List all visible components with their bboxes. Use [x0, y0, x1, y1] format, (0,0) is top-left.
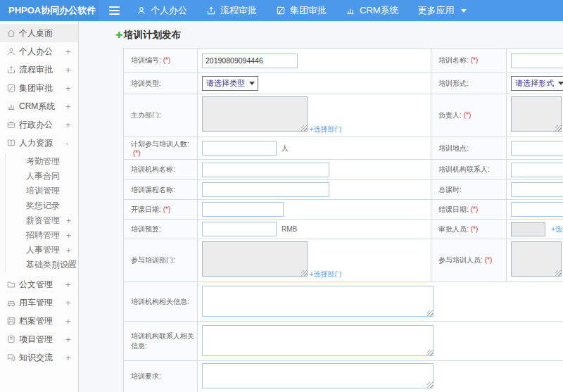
sidebar-item-group-approval[interactable]: 集团审批 +	[0, 79, 78, 97]
expand-icon[interactable]: +	[65, 353, 71, 363]
select-dept-link[interactable]: +选择部门	[310, 125, 342, 134]
expand-icon[interactable]: +	[65, 316, 71, 327]
sidebar-subitem-training[interactable]: 培训管理	[0, 184, 78, 198]
sidebar-item-hr[interactable]: 人力资源 -	[0, 134, 78, 152]
planned-count-input[interactable]	[202, 141, 277, 156]
budget-input[interactable]	[202, 222, 277, 236]
host-dept-textarea[interactable]	[202, 96, 308, 132]
hamburger-menu-icon[interactable]	[109, 6, 120, 15]
training-type-select[interactable]: 请选择类型	[202, 76, 258, 91]
start-date-input[interactable]	[202, 202, 284, 217]
sidebar-subitem-rewards[interactable]: 奖惩记录	[0, 198, 78, 213]
nav-group-approval[interactable]: 集团审批	[276, 4, 327, 17]
sidebar-item-documents[interactable]: 公文管理 +	[0, 275, 78, 293]
org-contact-input[interactable]	[511, 163, 563, 177]
nav-flow-approval[interactable]: 流程审批	[206, 4, 257, 17]
briefcase-icon	[6, 120, 16, 129]
course-name-label: 培训课程名称:	[131, 186, 175, 194]
sidebar-item-personal-desktop[interactable]: 个人桌面	[0, 24, 78, 42]
expand-icon[interactable]: +	[65, 46, 71, 57]
approvers-input[interactable]	[511, 222, 545, 236]
user-icon	[137, 6, 146, 15]
form-field-cell: 请选择形式	[507, 73, 563, 94]
location-input[interactable]	[511, 141, 563, 156]
required-mark: (*)	[485, 256, 493, 264]
org-name-input[interactable]	[202, 163, 329, 177]
expand-icon[interactable]: +	[65, 279, 71, 290]
sidebar-item-projects[interactable]: 项目管理 +	[0, 330, 78, 348]
sidebar-item-archives[interactable]: 档案管理 +	[0, 312, 78, 330]
required-mark: (*)	[471, 206, 479, 213]
form-label-cell: 计划参与培训人数:(*)	[124, 137, 198, 160]
budget-label: 培训预算:	[131, 225, 161, 233]
form-field-cell	[198, 49, 431, 73]
sidebar-item-crm[interactable]: CRM系统 +	[0, 97, 78, 115]
form-label-cell: 负责人:(*)	[431, 94, 507, 137]
sidebar-item-flow-approval[interactable]: 流程审批 +	[0, 61, 78, 79]
join-depts-textarea[interactable]	[202, 241, 308, 277]
join-people-textarea[interactable]	[511, 241, 562, 277]
expand-icon[interactable]: +	[65, 65, 71, 75]
expand-icon[interactable]: +	[66, 258, 71, 272]
end-date-input[interactable]	[511, 202, 563, 217]
nav-more-apps[interactable]: 更多应用	[418, 4, 467, 17]
training-form-select[interactable]: 请选择形式	[511, 76, 563, 91]
expand-icon[interactable]: +	[66, 213, 71, 228]
form-label-cell: 培训名称:(*)	[431, 49, 507, 73]
training-no-input[interactable]	[202, 53, 298, 68]
form-field-cell	[198, 282, 563, 322]
org-contact-info-textarea[interactable]	[202, 325, 434, 356]
journal-icon	[6, 334, 16, 344]
required-mark: (*)	[163, 206, 171, 213]
chart-icon	[346, 6, 355, 15]
caret-down-icon	[461, 9, 467, 13]
course-name-input[interactable]	[202, 182, 329, 197]
collapse-icon[interactable]: -	[65, 138, 68, 148]
expand-icon[interactable]: +	[66, 228, 71, 243]
training-no-label: 培训编号:	[131, 56, 161, 64]
join-depts-label: 参与培训部门:	[131, 256, 175, 264]
total-hours-input[interactable]	[511, 182, 563, 197]
expand-icon[interactable]: +	[65, 120, 71, 130]
top-nav: 个人办公 流程审批 集团审批 CRM系统 更多应用	[137, 4, 467, 17]
expand-icon[interactable]: +	[66, 243, 71, 258]
required-mark: (*)	[471, 225, 479, 233]
sidebar-item-vehicle[interactable]: 用车管理 +	[0, 293, 78, 312]
org-name-label: 培训机构名称:	[131, 165, 175, 173]
form-label-cell: 培训机构联系人相关信息:	[124, 322, 198, 361]
page-title-row: ✚ 培训计划发布	[115, 29, 563, 42]
expand-icon[interactable]: +	[65, 298, 71, 308]
form-field-cell	[198, 361, 563, 392]
sidebar-item-knowledge[interactable]: 知识交流 +	[0, 348, 78, 367]
select-dept-link[interactable]: +选择部门	[310, 270, 342, 279]
expand-icon[interactable]: +	[65, 83, 71, 94]
form-label-cell: 培训类型:	[124, 73, 198, 94]
flow-icon	[206, 6, 216, 15]
sidebar-subitem-salary[interactable]: 薪资管理+	[0, 213, 78, 228]
expand-icon[interactable]: +	[65, 101, 71, 112]
nav-personal-office[interactable]: 个人办公	[137, 4, 187, 17]
sidebar-subitem-attendance[interactable]: 考勤管理	[0, 154, 78, 169]
training-name-input[interactable]	[511, 53, 563, 68]
org-info-textarea[interactable]	[202, 286, 434, 317]
nav-crm[interactable]: CRM系统	[346, 4, 399, 17]
approvers-label: 审批人员:	[438, 225, 469, 233]
edit-icon	[276, 6, 286, 15]
sidebar-item-personal-office[interactable]: 个人办公 +	[0, 42, 78, 61]
sidebar-subitem-personnel[interactable]: 人事管理+	[0, 243, 78, 258]
sidebar-subitem-hr-contract[interactable]: 人事合同	[0, 169, 78, 184]
sidebar-subitem-recruit[interactable]: 招聘管理+	[0, 228, 78, 243]
sidebar-item-admin-office[interactable]: 行政办公 +	[0, 115, 78, 134]
org-contact-label: 培训机构联系人:	[438, 165, 490, 173]
start-date-label: 开课日期:	[131, 206, 161, 213]
form-label-cell: 培训机构名称:	[124, 160, 198, 180]
leader-textarea[interactable]	[511, 96, 562, 132]
required-mark: (*)	[163, 56, 171, 64]
requirements-textarea[interactable]	[202, 363, 434, 388]
book-icon	[6, 138, 16, 148]
location-label: 培训地点:	[438, 144, 469, 152]
select-approvers-link[interactable]: +选择审批人员	[551, 225, 563, 234]
expand-icon[interactable]: +	[65, 334, 71, 345]
sidebar-subitem-base-category[interactable]: 基础类别设置+	[0, 258, 78, 272]
flow-icon	[6, 65, 16, 75]
